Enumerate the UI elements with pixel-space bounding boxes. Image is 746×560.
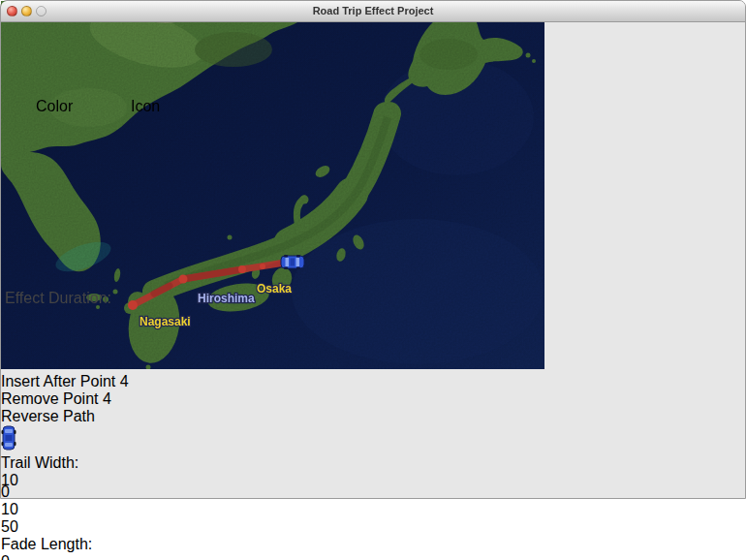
map-label-osaka: Osaka — [257, 282, 292, 296]
tick-label: 50 — [1, 518, 745, 536]
tick-label: 10 — [1, 501, 745, 518]
map-view[interactable]: Nagasaki Hiroshima Osaka — [1, 1, 745, 373]
color-label: Color — [36, 98, 73, 115]
fade-length-label: Fade Length: — [1, 536, 745, 553]
window-title: Road Trip Effect Project — [1, 1, 745, 21]
car-icon[interactable] — [281, 255, 304, 269]
map-label-nagasaki: Nagasaki — [140, 315, 191, 328]
japan-satellite-map: Nagasaki Hiroshima Osaka — [1, 1, 544, 369]
trail-width-label: Trail Width: — [1, 454, 745, 472]
icon-label: Icon — [131, 98, 160, 115]
fade-length-value[interactable]: 0 — [1, 553, 25, 560]
remove-point-button[interactable]: Remove Point 4 — [1, 390, 745, 408]
reverse-path-button[interactable]: Reverse Path — [1, 408, 745, 425]
screenshot-root: Road Trip Effect Project — [0, 0, 746, 560]
car-icon — [1, 425, 16, 451]
title-bar[interactable]: Road Trip Effect Project — [1, 1, 745, 22]
insert-after-point-button[interactable]: Insert After Point 4 — [1, 373, 745, 390]
icon-well[interactable] — [1, 425, 745, 454]
trail-width-value[interactable]: 10 — [1, 472, 25, 483]
app-window: Road Trip Effect Project — [0, 0, 746, 499]
tick-label: 0 — [1, 483, 745, 501]
map-label-hiroshima: Hiroshima — [198, 292, 255, 305]
effect-settings-panel: Insert After Point 4 Remove Point 4 Reve… — [1, 373, 745, 560]
effect-duration-label: Effect Duration: — [5, 290, 111, 307]
